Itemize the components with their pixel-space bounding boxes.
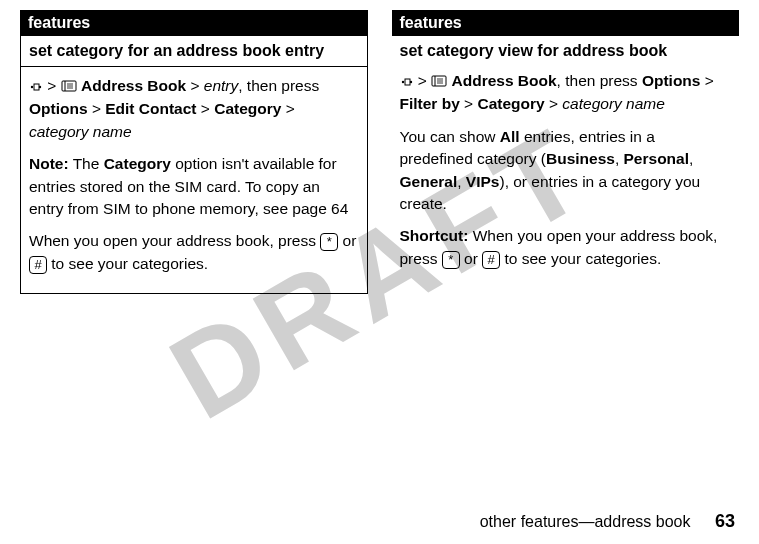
sep: >: [92, 100, 101, 117]
nav-dot-icon: [400, 71, 414, 93]
svg-point-0: [31, 85, 33, 87]
comma: ,: [457, 173, 466, 190]
svg-point-10: [409, 80, 411, 82]
left-section-body: > Address Book > entry, then press Optio…: [21, 67, 367, 293]
page-content: features set category for an address boo…: [0, 0, 759, 304]
svg-point-8: [401, 80, 403, 82]
right-section-body: > Address Book, then press Options > Fil…: [392, 62, 740, 288]
left-nav-path: > Address Book > entry, then press Optio…: [29, 75, 359, 143]
sep: >: [549, 95, 558, 112]
comma: ,: [615, 150, 624, 167]
right-section-title: set category view for address book: [392, 36, 740, 62]
options-label: Options: [642, 72, 701, 89]
sep: >: [705, 72, 714, 89]
category-label: Category: [214, 100, 281, 117]
all-word: All: [500, 128, 520, 145]
address-book-label: Address Book: [452, 72, 557, 89]
features-header-right: features: [392, 10, 740, 36]
filter-by-label: Filter by: [400, 95, 460, 112]
sep: >: [286, 100, 295, 117]
right-nav-path: > Address Book, then press Options > Fil…: [400, 70, 732, 116]
shortcut-mid: or: [460, 250, 482, 267]
star-key-icon: *: [442, 251, 460, 269]
personal-word: Personal: [624, 150, 689, 167]
shortcut-label: Shortcut:: [400, 227, 469, 244]
right-shortcut: Shortcut: When you open your address boo…: [400, 225, 732, 270]
star-key-icon: *: [320, 233, 338, 251]
left-para2: When you open your address book, press *…: [29, 230, 359, 275]
sep: >: [418, 72, 427, 89]
hash-key-icon: #: [29, 256, 47, 274]
right-section: set category view for address book > Add…: [392, 36, 740, 288]
hash-key-icon: #: [482, 251, 500, 269]
svg-rect-9: [405, 79, 410, 85]
note-category-word: Category: [104, 155, 171, 172]
left-column: features set category for an address boo…: [20, 10, 368, 294]
then-press: , then press: [557, 72, 638, 89]
business-word: Business: [546, 150, 615, 167]
left-section-title: set category for an address book entry: [21, 36, 367, 67]
svg-point-2: [39, 85, 41, 87]
sep: >: [190, 77, 199, 94]
then-press: , then press: [238, 77, 319, 94]
general-word: General: [400, 173, 458, 190]
category-label: Category: [477, 95, 544, 112]
entry-word: entry: [204, 77, 238, 94]
page-number: 63: [715, 511, 735, 531]
address-book-icon: [431, 71, 447, 93]
comma: ,: [689, 150, 693, 167]
para2-before: When you open your address book, press: [29, 232, 320, 249]
address-book-label: Address Book: [81, 77, 186, 94]
edit-contact-label: Edit Contact: [105, 100, 196, 117]
shortcut-after: to see your categories.: [500, 250, 661, 267]
left-section: set category for an address book entry >…: [20, 36, 368, 294]
sep: >: [201, 100, 210, 117]
page-footer: other features—address book 63: [480, 511, 735, 532]
para2-after: to see your categories.: [47, 255, 208, 272]
footer-text: other features—address book: [480, 513, 691, 530]
address-book-icon: [61, 76, 77, 98]
note-label: Note:: [29, 155, 69, 172]
note-text-before: The: [69, 155, 104, 172]
para1-before: You can show: [400, 128, 500, 145]
svg-rect-1: [34, 84, 39, 90]
options-label: Options: [29, 100, 88, 117]
category-name-word: category name: [562, 95, 665, 112]
right-column: features set category view for address b…: [392, 10, 740, 294]
sep: >: [464, 95, 473, 112]
features-header-left: features: [20, 10, 368, 36]
para2-mid: or: [338, 232, 356, 249]
category-name-word: category name: [29, 123, 132, 140]
left-note: Note: The Category option isn't availabl…: [29, 153, 359, 220]
right-para1: You can show All entries, entries in a p…: [400, 126, 732, 216]
sep: >: [47, 77, 56, 94]
vips-word: VIPs: [466, 173, 500, 190]
nav-dot-icon: [29, 76, 43, 98]
